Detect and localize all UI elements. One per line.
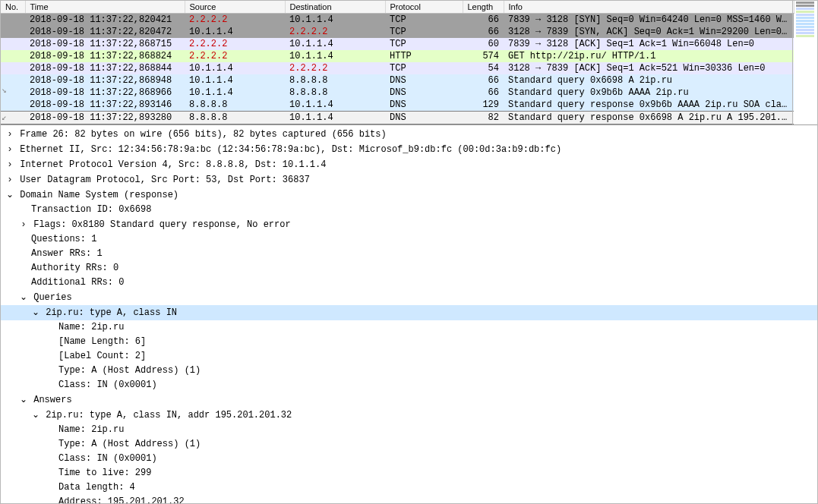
tree-item-frame[interactable]: › Frame 26: 82 bytes on wire (656 bits),… — [1, 127, 817, 142]
collapse-icon[interactable]: ⌄ — [31, 408, 40, 421]
column-header-info[interactable]: Info — [504, 1, 794, 14]
tree-item-query-class[interactable]: Class: IN (0x0001) — [1, 378, 817, 392]
tree-item-answer-rrs[interactable]: Answer RRs: 1 — [1, 247, 817, 261]
packet-row[interactable]: 2018-09-18 11:37:22,8687152.2.2.210.1.1.… — [1, 38, 794, 50]
tree-item-query-entry[interactable]: ⌄ 2ip.ru: type A, class IN — [1, 305, 817, 320]
packet-details-pane[interactable]: › Frame 26: 82 bytes on wire (656 bits),… — [1, 125, 817, 503]
tree-item-flags[interactable]: › Flags: 0x8180 Standard query response,… — [1, 217, 817, 232]
collapse-icon[interactable]: ⌄ — [19, 393, 28, 406]
tree-item-transaction-id[interactable]: Transaction ID: 0x6698 — [1, 203, 817, 217]
tree-item-answer-data-length[interactable]: Data length: 4 — [1, 480, 817, 495]
related-packet-arrow-icon: ↘↙ — [2, 86, 5, 122]
column-header-source[interactable]: Source — [185, 1, 285, 14]
tree-item-queries[interactable]: ⌄ Queries — [1, 290, 817, 305]
packet-row[interactable]: 2018-09-18 11:37:22,86896610.1.1.48.8.8.… — [1, 87, 794, 99]
tree-item-answer-entry[interactable]: ⌄ 2ip.ru: type A, class IN, addr 195.201… — [1, 408, 817, 423]
column-header-protocol[interactable]: Protocol — [385, 1, 463, 14]
tree-item-answer-class[interactable]: Class: IN (0x0001) — [1, 452, 817, 466]
packet-row[interactable]: 2018-09-18 11:37:22,8931468.8.8.810.1.1.… — [1, 99, 794, 112]
column-header-time[interactable]: Time — [25, 1, 185, 14]
tree-item-answers[interactable]: ⌄ Answers — [1, 392, 817, 408]
minimap-column[interactable] — [792, 1, 817, 124]
column-header-destination[interactable]: Destination — [285, 1, 385, 14]
expand-icon[interactable]: › — [5, 128, 14, 140]
packet-list-body: 2018-09-18 11:37:22,8204212.2.2.210.1.1.… — [1, 14, 794, 124]
tree-item-answer-ttl[interactable]: Time to live: 299 — [1, 466, 817, 480]
packet-row[interactable]: 2018-09-18 11:37:22,8204212.2.2.210.1.1.… — [1, 14, 794, 27]
tree-item-answer-address[interactable]: Address: 195.201.201.32 — [1, 495, 817, 503]
tree-item-questions[interactable]: Questions: 1 — [1, 232, 817, 247]
expand-icon[interactable]: › — [19, 218, 28, 231]
packet-row[interactable]: 2018-09-18 11:37:22,82047210.1.1.42.2.2.… — [1, 26, 794, 38]
collapse-icon[interactable]: ⌄ — [31, 306, 40, 319]
tree-item-ip[interactable]: › Internet Protocol Version 4, Src: 8.8.… — [1, 157, 817, 172]
tree-item-authority-rrs[interactable]: Authority RRs: 0 — [1, 261, 817, 276]
packet-list-table[interactable]: No. Time Source Destination Protocol Len… — [1, 1, 794, 124]
expand-icon[interactable]: › — [5, 158, 14, 171]
tree-item-query-name-length[interactable]: [Name Length: 6] — [1, 335, 817, 349]
expand-icon[interactable]: › — [5, 143, 14, 156]
packet-row[interactable]: 2018-09-18 11:37:22,86884410.1.1.42.2.2.… — [1, 62, 794, 74]
tree-item-answer-type[interactable]: Type: A (Host Address) (1) — [1, 437, 817, 452]
wireshark-window: No. Time Source Destination Protocol Len… — [0, 0, 818, 504]
tree-item-query-label-count[interactable]: [Label Count: 2] — [1, 349, 817, 364]
tree-item-ethernet[interactable]: › Ethernet II, Src: 12:34:56:78:9a:bc (1… — [1, 142, 817, 157]
packet-row[interactable]: 2018-09-18 11:37:22,8932808.8.8.810.1.1.… — [1, 112, 794, 124]
column-header-no[interactable]: No. — [1, 1, 25, 14]
tree-item-udp[interactable]: › User Datagram Protocol, Src Port: 53, … — [1, 172, 817, 187]
packet-row[interactable]: 2018-09-18 11:37:22,8688242.2.2.210.1.1.… — [1, 50, 794, 62]
tree-item-query-type[interactable]: Type: A (Host Address) (1) — [1, 364, 817, 378]
packet-list-pane: No. Time Source Destination Protocol Len… — [1, 1, 817, 125]
packet-row[interactable]: 2018-09-18 11:37:22,86894810.1.1.48.8.8.… — [1, 74, 794, 87]
collapse-icon[interactable]: ⌄ — [5, 188, 14, 201]
tree-item-additional-rrs[interactable]: Additional RRs: 0 — [1, 276, 817, 290]
packet-list-header[interactable]: No. Time Source Destination Protocol Len… — [1, 1, 794, 14]
collapse-icon[interactable]: ⌄ — [19, 291, 28, 304]
tree-item-answer-name[interactable]: Name: 2ip.ru — [1, 423, 817, 437]
tree-item-dns[interactable]: ⌄ Domain Name System (response) — [1, 187, 817, 203]
column-header-length[interactable]: Length — [463, 1, 504, 14]
expand-icon[interactable]: › — [5, 173, 14, 186]
tree-item-query-name[interactable]: Name: 2ip.ru — [1, 320, 817, 335]
